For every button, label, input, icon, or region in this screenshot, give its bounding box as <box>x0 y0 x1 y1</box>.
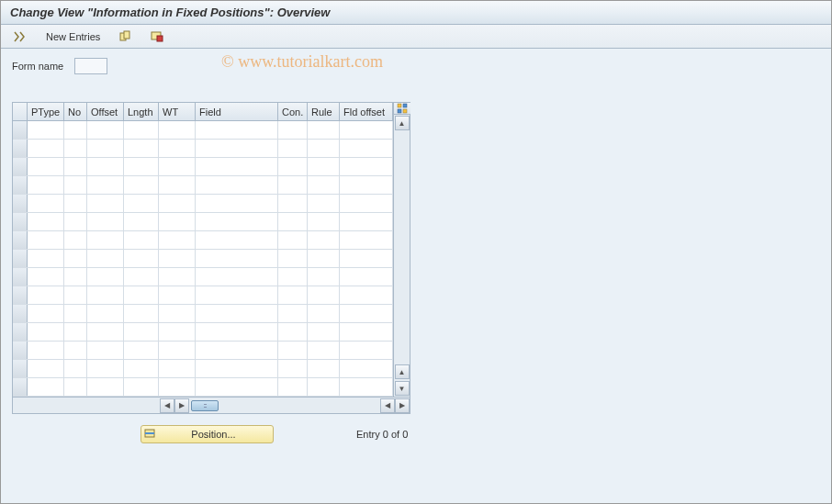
grid-cell[interactable] <box>124 158 159 175</box>
scroll-thumb-h[interactable] <box>191 400 219 411</box>
grid-cell[interactable] <box>87 231 124 249</box>
grid-cell[interactable] <box>87 268 124 286</box>
grid-cell[interactable] <box>124 121 159 139</box>
grid-cell[interactable] <box>308 268 340 286</box>
grid-cell[interactable] <box>124 195 159 212</box>
grid-cell[interactable] <box>196 158 278 175</box>
grid-cell[interactable] <box>196 231 278 249</box>
grid-cell[interactable] <box>340 176 393 194</box>
grid-cell[interactable] <box>340 140 393 157</box>
grid-cell[interactable] <box>159 360 196 377</box>
grid-cell[interactable] <box>64 195 87 212</box>
row-selector[interactable] <box>13 268 28 286</box>
grid-cell[interactable] <box>124 323 159 341</box>
grid-cell[interactable] <box>28 305 64 322</box>
grid-settings-icon[interactable] <box>394 103 410 115</box>
grid-cell[interactable] <box>196 250 278 267</box>
copy-icon[interactable] <box>114 28 138 46</box>
grid-cell[interactable] <box>278 378 308 396</box>
grid-cell[interactable] <box>196 213 278 230</box>
grid-cell[interactable] <box>196 268 278 286</box>
scroll-up2-icon[interactable]: ▲ <box>395 364 410 379</box>
grid-cell[interactable] <box>64 176 87 194</box>
row-selector[interactable] <box>13 176 28 194</box>
grid-cell[interactable] <box>196 176 278 194</box>
col-header-no[interactable]: No <box>64 103 87 120</box>
grid-cell[interactable] <box>64 140 87 157</box>
grid-cell[interactable] <box>308 140 340 157</box>
grid-cell[interactable] <box>124 231 159 249</box>
grid-cell[interactable] <box>28 176 64 194</box>
grid-cell[interactable] <box>340 250 393 267</box>
grid-cell[interactable] <box>196 286 278 304</box>
grid-cell[interactable] <box>64 158 87 175</box>
row-selector-header[interactable] <box>13 103 28 120</box>
row-selector[interactable] <box>13 305 28 322</box>
col-header-field[interactable]: Field <box>196 103 278 120</box>
grid-cell[interactable] <box>87 121 124 139</box>
grid-cell[interactable] <box>87 140 124 157</box>
grid-cell[interactable] <box>64 323 87 341</box>
grid-cell[interactable] <box>278 195 308 212</box>
grid-cell[interactable] <box>278 268 308 286</box>
grid-cell[interactable] <box>64 360 87 377</box>
grid-cell[interactable] <box>87 213 124 230</box>
grid-cell[interactable] <box>159 158 196 175</box>
grid-cell[interactable] <box>28 121 64 139</box>
grid-cell[interactable] <box>28 140 64 157</box>
grid-cell[interactable] <box>340 286 393 304</box>
grid-cell[interactable] <box>87 176 124 194</box>
grid-cell[interactable] <box>308 158 340 175</box>
grid-cell[interactable] <box>196 140 278 157</box>
grid-cell[interactable] <box>159 378 196 396</box>
grid-cell[interactable] <box>28 323 64 341</box>
grid-cell[interactable] <box>308 342 340 359</box>
grid-cell[interactable] <box>159 140 196 157</box>
grid-cell[interactable] <box>159 250 196 267</box>
grid-cell[interactable] <box>87 195 124 212</box>
grid-cell[interactable] <box>196 360 278 377</box>
grid-cell[interactable] <box>28 195 64 212</box>
grid-cell[interactable] <box>308 360 340 377</box>
grid-cell[interactable] <box>87 286 124 304</box>
grid-cell[interactable] <box>278 360 308 377</box>
scroll-up-icon[interactable]: ▲ <box>395 116 410 130</box>
grid-cell[interactable] <box>124 250 159 267</box>
grid-cell[interactable] <box>278 176 308 194</box>
row-selector[interactable] <box>13 140 28 157</box>
grid-cell[interactable] <box>64 268 87 286</box>
row-selector[interactable] <box>13 250 28 267</box>
col-header-lngth[interactable]: Lngth <box>124 103 159 120</box>
grid-cell[interactable] <box>87 305 124 322</box>
grid-cell[interactable] <box>124 213 159 230</box>
grid-cell[interactable] <box>124 342 159 359</box>
row-selector[interactable] <box>13 231 28 249</box>
grid-cell[interactable] <box>124 305 159 322</box>
row-selector[interactable] <box>13 286 28 304</box>
grid-cell[interactable] <box>64 121 87 139</box>
grid-cell[interactable] <box>64 342 87 359</box>
grid-cell[interactable] <box>340 231 393 249</box>
grid-cell[interactable] <box>87 158 124 175</box>
grid-cell[interactable] <box>159 268 196 286</box>
grid-cell[interactable] <box>278 305 308 322</box>
grid-cell[interactable] <box>340 213 393 230</box>
grid-cell[interactable] <box>308 305 340 322</box>
row-selector[interactable] <box>13 360 28 377</box>
grid-cell[interactable] <box>64 213 87 230</box>
grid-cell[interactable] <box>278 158 308 175</box>
grid-cell[interactable] <box>124 286 159 304</box>
grid-cell[interactable] <box>159 213 196 230</box>
toggle-icon[interactable] <box>8 28 32 46</box>
scroll-left2-icon[interactable]: ◀ <box>380 398 395 413</box>
delimit-icon[interactable] <box>145 28 169 46</box>
grid-cell[interactable] <box>278 323 308 341</box>
scroll-track-v[interactable] <box>394 131 410 364</box>
grid-cell[interactable] <box>308 195 340 212</box>
grid-cell[interactable] <box>308 231 340 249</box>
grid-cell[interactable] <box>28 360 64 377</box>
col-header-rule[interactable]: Rule <box>308 103 340 120</box>
col-header-fldoffset[interactable]: Fld offset <box>340 103 393 120</box>
grid-cell[interactable] <box>28 158 64 175</box>
grid-cell[interactable] <box>278 140 308 157</box>
